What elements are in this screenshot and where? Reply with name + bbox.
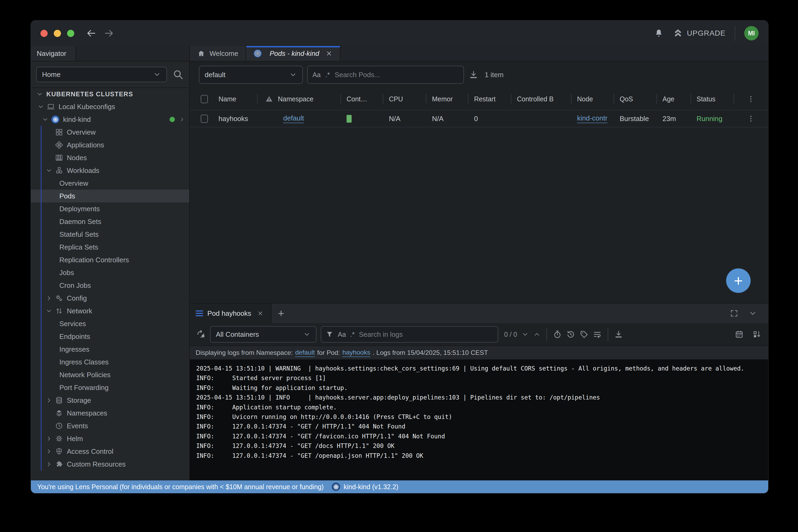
search-icon[interactable]: [172, 69, 184, 80]
column-header-status[interactable]: Status: [690, 88, 734, 110]
chevron-down-icon[interactable]: [45, 307, 52, 315]
container-select[interactable]: All Containers: [210, 326, 316, 343]
sidebar-item-network-policies[interactable]: Network Policies: [31, 368, 189, 381]
sidebar-item-helm[interactable]: Helm: [31, 432, 189, 445]
previous-logs-icon[interactable]: [566, 330, 575, 339]
sidebar-item-stateful-sets[interactable]: Stateful Sets: [31, 228, 189, 241]
chevron-right-icon[interactable]: [45, 448, 52, 455]
sidebar-item-custom-resources[interactable]: Custom Resources: [31, 458, 189, 471]
back-button[interactable]: [86, 28, 97, 39]
sidebar-item-network[interactable]: Network: [31, 305, 189, 317]
new-dock-tab-button[interactable]: +: [272, 304, 291, 323]
sidebar-item-nodes[interactable]: Nodes: [31, 151, 189, 164]
sidebar-item-overview[interactable]: Overview: [31, 177, 189, 190]
tag-icon[interactable]: [579, 330, 589, 339]
minimize-window-button[interactable]: [54, 30, 61, 37]
notifications-bell-icon[interactable]: [654, 28, 664, 38]
download-logs-icon[interactable]: [614, 330, 623, 339]
hotbar-select[interactable]: Home: [36, 67, 167, 82]
logs-search-box[interactable]: Aa .*: [321, 326, 498, 343]
previous-match-icon[interactable]: [533, 331, 541, 338]
next-match-icon[interactable]: [521, 331, 529, 338]
chevron-right-icon[interactable]: [179, 116, 185, 122]
sidebar-item-config[interactable]: Config: [31, 292, 189, 305]
sidebar-item-namespaces[interactable]: Namespaces: [31, 407, 189, 419]
match-case-icon[interactable]: Aa: [313, 71, 321, 79]
pod-link[interactable]: hayhooks: [342, 349, 370, 357]
pods-search-input[interactable]: [335, 71, 459, 79]
column-header-restarts[interactable]: Restart: [468, 88, 511, 110]
column-header-name[interactable]: Name: [213, 88, 257, 110]
sidebar-item-cron-jobs[interactable]: Cron Jobs: [31, 279, 189, 292]
chevron-down-icon[interactable]: [45, 167, 52, 174]
column-header-namespace[interactable]: Namespace: [257, 88, 340, 110]
dock-tab-pod-hayhooks[interactable]: Pod hayhooks: [190, 304, 272, 323]
close-tab-icon[interactable]: [326, 50, 332, 57]
logs-output[interactable]: 2025-04-15 13:51:10 | WARNING | hayhooks…: [190, 360, 768, 480]
kebab-menu-icon[interactable]: [747, 115, 755, 122]
pod-row-menu[interactable]: [734, 110, 768, 127]
tab-welcome[interactable]: Welcome: [190, 46, 246, 61]
show-timestamps-icon[interactable]: [553, 330, 562, 339]
row-checkbox[interactable]: [201, 115, 208, 123]
column-header-memory[interactable]: Memor: [426, 88, 468, 110]
chevron-right-icon[interactable]: [45, 435, 52, 442]
kebab-menu-icon[interactable]: [747, 95, 755, 103]
sidebar-item-overview[interactable]: Overview: [31, 126, 189, 138]
match-case-icon[interactable]: Aa: [338, 331, 346, 338]
column-header-qos[interactable]: QoS: [614, 88, 656, 110]
sidebar-item-endpoints[interactable]: Endpoints: [31, 330, 189, 343]
chevron-right-icon[interactable]: [45, 397, 52, 404]
sidebar-item-local-kubeconfigs[interactable]: Local Kubeconfigs: [31, 100, 189, 113]
namespace-link[interactable]: default: [283, 114, 304, 123]
sidebar-item-events[interactable]: Events: [31, 419, 189, 432]
sidebar-item-port-forwarding[interactable]: Port Forwarding: [31, 381, 189, 394]
sidebar-item-ingresses[interactable]: Ingresses: [31, 343, 189, 356]
user-avatar[interactable]: MI: [744, 26, 759, 40]
chevron-down-icon[interactable]: [42, 116, 49, 123]
pod-row-hayhooks[interactable]: hayhooks default N/A N/A 0 kind-contr Bu…: [190, 110, 768, 128]
namespace-link[interactable]: default: [295, 349, 315, 357]
tab-pods-kind-kind[interactable]: Pods - kind-kind: [246, 46, 340, 61]
reload-logs-icon[interactable]: [196, 329, 206, 339]
maximize-window-button[interactable]: [67, 30, 74, 37]
close-tab-icon[interactable]: [257, 310, 263, 317]
sidebar-item-daemon-sets[interactable]: Daemon Sets: [31, 215, 189, 228]
upgrade-button[interactable]: UPGRADE: [673, 28, 726, 39]
sidebar-item-pods[interactable]: Pods: [31, 190, 189, 203]
sidebar-item-access-control[interactable]: Access Control: [31, 445, 189, 458]
sidebar-item-applications[interactable]: Applications: [31, 138, 189, 151]
regex-icon[interactable]: .*: [326, 71, 330, 79]
column-header-node[interactable]: Node: [571, 88, 614, 110]
chevron-right-icon[interactable]: [45, 295, 52, 302]
calendar-icon[interactable]: [735, 330, 744, 339]
pods-search-box[interactable]: Aa .*: [307, 66, 464, 84]
node-link[interactable]: kind-contr: [577, 114, 608, 123]
filter-icon[interactable]: [326, 330, 334, 338]
column-header-menu[interactable]: [734, 88, 768, 110]
sidebar-item-jobs[interactable]: Jobs: [31, 266, 189, 279]
chevron-right-icon[interactable]: [45, 461, 52, 468]
forward-button[interactable]: [104, 28, 114, 39]
chevron-down-icon[interactable]: [37, 103, 44, 110]
collapse-dock-icon[interactable]: [748, 309, 757, 318]
sidebar-item-replica-sets[interactable]: Replica Sets: [31, 241, 189, 253]
expand-dock-icon[interactable]: [730, 309, 738, 318]
logs-search-input[interactable]: [359, 330, 494, 339]
download-icon[interactable]: [469, 70, 478, 79]
sidebar-item-services[interactable]: Services: [31, 317, 189, 330]
column-header-cpu[interactable]: CPU: [383, 88, 426, 110]
tree-group-kubernetes-clusters[interactable]: KUBERNETES CLUSTERS: [31, 88, 189, 100]
sidebar-item-workloads[interactable]: Workloads: [31, 164, 189, 177]
sidebar-item-replication-controllers[interactable]: Replication Controllers: [31, 253, 189, 266]
column-header-containers[interactable]: Cont…: [340, 88, 383, 110]
scroll-to-bottom-icon[interactable]: [752, 330, 761, 339]
sidebar-item-ingress-classes[interactable]: Ingress Classes: [31, 356, 189, 368]
regex-icon[interactable]: .*: [350, 331, 355, 338]
sidebar-item-deployments[interactable]: Deployments: [31, 203, 189, 215]
add-resource-button[interactable]: +: [726, 268, 750, 293]
close-window-button[interactable]: [40, 30, 48, 37]
select-all-checkbox[interactable]: [201, 95, 208, 103]
sidebar-item-kind-kind[interactable]: kind-kind: [31, 113, 189, 126]
column-header-controlled-by[interactable]: Controlled B: [511, 88, 571, 110]
